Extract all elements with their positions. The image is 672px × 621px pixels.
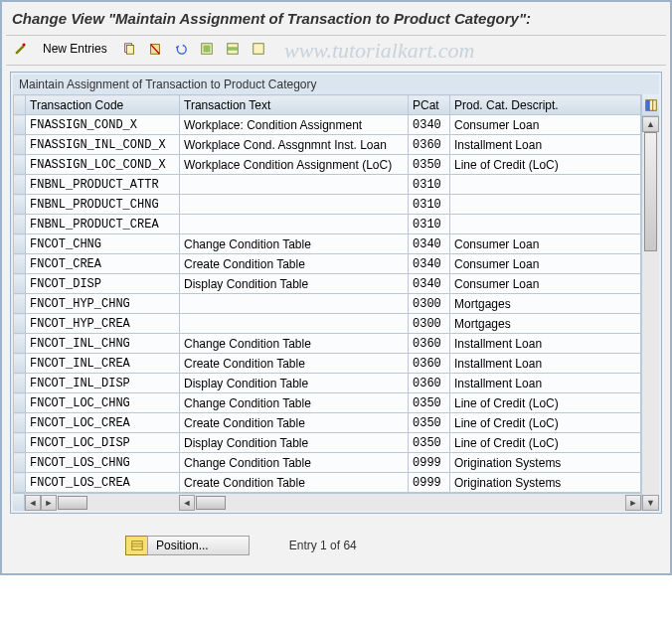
row-selector[interactable] — [14, 473, 26, 493]
cell-tcode[interactable]: FNBNL_PRODUCT_CHNG — [26, 195, 180, 215]
row-selector[interactable] — [14, 413, 26, 433]
cell-tcode[interactable]: FNCOT_HYP_CHNG — [26, 294, 180, 314]
cell-ttext[interactable]: Create Condition Table — [180, 473, 409, 493]
cell-tcode[interactable]: FNCOT_INL_CHNG — [26, 334, 180, 354]
vscroll-up[interactable]: ▲ — [642, 116, 659, 132]
hscroll-left-2[interactable]: ◄ — [179, 495, 195, 511]
horizontal-scrollbar[interactable]: ◄ ► ◄ ► — [13, 493, 641, 511]
cell-ttext[interactable]: Create Condition Table — [180, 413, 409, 433]
row-selector[interactable] — [14, 294, 26, 314]
table-row[interactable]: FNCOT_LOS_CHNGChange Condition Table0999… — [14, 453, 641, 473]
cell-tcode[interactable]: FNCOT_CHNG — [26, 234, 180, 254]
cell-pcat[interactable]: 0350 — [409, 433, 450, 453]
position-button[interactable]: Position... — [125, 536, 250, 555]
cell-pcat[interactable]: 0999 — [409, 473, 450, 493]
row-selector[interactable] — [14, 374, 26, 393]
deselect-all-button[interactable] — [248, 38, 269, 60]
row-selector[interactable] — [14, 334, 26, 354]
new-entries-button[interactable]: New Entries — [36, 38, 114, 60]
table-row[interactable]: FNCOT_CREACreate Condition Table0340Cons… — [14, 254, 641, 274]
cell-pcat[interactable]: 0350 — [409, 413, 450, 433]
cell-pcat[interactable]: 0300 — [409, 314, 450, 334]
delete-button[interactable] — [144, 38, 166, 60]
cell-ttext[interactable] — [180, 314, 409, 334]
cell-tcode[interactable]: FNCOT_DISP — [26, 274, 180, 294]
cell-pcat[interactable]: 0360 — [409, 135, 450, 155]
row-selector[interactable] — [14, 393, 26, 413]
vscroll-down[interactable]: ▼ — [642, 495, 659, 511]
cell-desc[interactable]: Line of Credit (LoC) — [450, 433, 641, 453]
table-row[interactable]: FNCOT_HYP_CHNG0300Mortgages — [14, 294, 641, 314]
row-selector[interactable] — [14, 195, 26, 215]
row-selector[interactable] — [14, 453, 26, 473]
hscroll-left-1[interactable]: ◄ — [25, 495, 41, 511]
cell-tcode[interactable]: FNBNL_PRODUCT_CREA — [26, 215, 180, 234]
table-row[interactable]: FNCOT_INL_CREACreate Condition Table0360… — [14, 354, 641, 374]
col-header-ttext[interactable]: Transaction Text — [180, 95, 409, 115]
cell-pcat[interactable]: 0350 — [409, 393, 450, 413]
cell-ttext[interactable]: Change Condition Table — [180, 453, 409, 473]
cell-tcode[interactable]: FNASSIGN_COND_X — [26, 115, 180, 135]
cell-desc[interactable]: Consumer Loan — [450, 254, 641, 274]
hscroll-thumb-1[interactable] — [58, 496, 87, 510]
undo-button[interactable] — [170, 38, 192, 60]
cell-pcat[interactable]: 0340 — [409, 254, 450, 274]
cell-desc[interactable]: Mortgages — [450, 294, 641, 314]
row-selector[interactable] — [14, 354, 26, 374]
cell-ttext[interactable]: Change Condition Table — [180, 393, 409, 413]
cell-tcode[interactable]: FNCOT_LOS_CREA — [26, 473, 180, 493]
cell-tcode[interactable]: FNASSIGN_LOC_COND_X — [26, 155, 180, 175]
hscroll-right-1[interactable]: ► — [41, 495, 57, 511]
cell-desc[interactable] — [450, 215, 641, 234]
copy-button[interactable] — [118, 38, 140, 60]
cell-tcode[interactable]: FNCOT_LOC_CREA — [26, 413, 180, 433]
cell-desc[interactable]: Origination Systems — [450, 473, 641, 493]
cell-pcat[interactable]: 0360 — [409, 354, 450, 374]
table-row[interactable]: FNCOT_CHNGChange Condition Table0340Cons… — [14, 234, 641, 254]
cell-tcode[interactable]: FNCOT_HYP_CREA — [26, 314, 180, 334]
table-row[interactable]: FNCOT_INL_CHNGChange Condition Table0360… — [14, 334, 641, 354]
cell-desc[interactable]: Line of Credit (LoC) — [450, 413, 641, 433]
cell-desc[interactable]: Line of Credit (LoC) — [450, 155, 641, 175]
cell-tcode[interactable]: FNCOT_INL_CREA — [26, 354, 180, 374]
cell-tcode[interactable]: FNASSIGN_INL_COND_X — [26, 135, 180, 155]
vertical-scrollbar[interactable]: ▲ ▼ — [641, 94, 659, 511]
select-all-button[interactable] — [196, 38, 218, 60]
table-row[interactable]: FNASSIGN_COND_XWorkplace: Condition Assi… — [14, 115, 641, 135]
table-row[interactable]: FNASSIGN_LOC_COND_XWorkplace Condition A… — [14, 155, 641, 175]
cell-desc[interactable]: Consumer Loan — [450, 115, 641, 135]
row-selector[interactable] — [14, 155, 26, 175]
col-header-tcode[interactable]: Transaction Code — [26, 95, 180, 115]
cell-desc[interactable]: Installment Loan — [450, 135, 641, 155]
cell-ttext[interactable]: Change Condition Table — [180, 234, 409, 254]
configure-columns-button[interactable] — [642, 94, 659, 116]
table-row[interactable]: FNCOT_LOS_CREACreate Condition Table0999… — [14, 473, 641, 493]
hscroll-thumb-2[interactable] — [196, 496, 226, 510]
cell-desc[interactable]: Consumer Loan — [450, 234, 641, 254]
table-row[interactable]: FNCOT_DISPDisplay Condition Table0340Con… — [14, 274, 641, 294]
col-header-pcat[interactable]: PCat — [409, 95, 450, 115]
select-block-button[interactable] — [222, 38, 244, 60]
cell-pcat[interactable]: 0350 — [409, 155, 450, 175]
row-selector[interactable] — [14, 254, 26, 274]
cell-desc[interactable]: Mortgages — [450, 314, 641, 334]
hscroll-right-2[interactable]: ► — [625, 495, 641, 511]
cell-pcat[interactable]: 0310 — [409, 195, 450, 215]
cell-desc[interactable]: Installment Loan — [450, 334, 641, 354]
position-button-label[interactable]: Position... — [147, 536, 250, 555]
cell-pcat[interactable]: 0340 — [409, 234, 450, 254]
cell-desc[interactable]: Installment Loan — [450, 374, 641, 393]
cell-ttext[interactable] — [180, 294, 409, 314]
cell-ttext[interactable]: Display Condition Table — [180, 374, 409, 393]
cell-pcat[interactable]: 0340 — [409, 274, 450, 294]
cell-desc[interactable]: Origination Systems — [450, 453, 641, 473]
cell-desc[interactable]: Line of Credit (LoC) — [450, 393, 641, 413]
cell-tcode[interactable]: FNBNL_PRODUCT_ATTR — [26, 175, 180, 195]
row-selector[interactable] — [14, 175, 26, 195]
row-selector[interactable] — [14, 115, 26, 135]
cell-ttext[interactable]: Create Condition Table — [180, 254, 409, 274]
table-row[interactable]: FNBNL_PRODUCT_CREA0310 — [14, 215, 641, 234]
cell-pcat[interactable]: 0310 — [409, 175, 450, 195]
toggle-change-button[interactable] — [10, 38, 32, 60]
row-selector[interactable] — [14, 135, 26, 155]
